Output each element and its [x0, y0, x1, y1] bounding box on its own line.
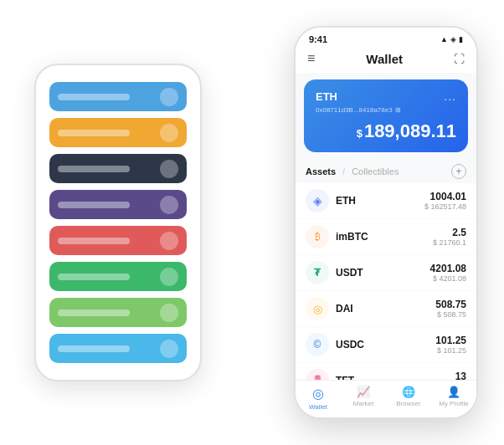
- dai-amount: 508.75: [435, 299, 466, 310]
- wallet-card-8[interactable]: [49, 334, 187, 363]
- card-text-2: [58, 130, 130, 136]
- eth-card-menu[interactable]: ...: [444, 90, 456, 103]
- tab-divider: /: [342, 166, 345, 176]
- wifi-icon: ◈: [450, 35, 456, 43]
- eth-coin-icon: ◈: [313, 194, 322, 207]
- usdt-value: $ 4201.08: [430, 274, 466, 283]
- asset-item-tft[interactable]: 🌷 TFT 13 0: [296, 363, 476, 380]
- market-nav-icon: 📈: [357, 386, 370, 398]
- card-icon-1: [160, 88, 178, 106]
- eth-balance-amount: 189,089.11: [364, 120, 456, 141]
- asset-icon-dai: ◎: [306, 297, 329, 320]
- card-text-6: [58, 274, 130, 280]
- eth-card[interactable]: ETH ... 0x08711d3B...8418a78e3 ⊞ $189,08…: [304, 79, 468, 152]
- asset-icon-eth: ◈: [306, 189, 329, 212]
- asset-item-eth[interactable]: ◈ ETH 1004.01 $ 162517.48: [296, 183, 476, 218]
- wallet-card-1[interactable]: [49, 82, 187, 111]
- wallet-card-3[interactable]: [49, 154, 187, 183]
- expand-icon[interactable]: ⛶: [454, 53, 465, 65]
- usdt-coin-icon: ₮: [314, 267, 321, 279]
- eth-value: $ 162517.48: [424, 202, 466, 211]
- wallet-card-2[interactable]: [49, 118, 187, 147]
- card-icon-7: [160, 304, 178, 322]
- phone-content: ETH ... 0x08711d3B...8418a78e3 ⊞ $189,08…: [296, 73, 476, 417]
- asset-name-imbtc: imBTC: [336, 231, 433, 243]
- header-title: Wallet: [366, 52, 403, 66]
- wallet-nav-icon: ◎: [312, 386, 324, 402]
- asset-item-dai[interactable]: ◎ DAI 508.75 $ 508.75: [296, 291, 476, 326]
- asset-amounts-tft: 13 0: [455, 371, 466, 380]
- status-bar: 9:41 ▲ ◈ ▮: [296, 28, 476, 48]
- nav-market[interactable]: 📈 Market: [341, 386, 386, 411]
- card-text-7: [58, 309, 130, 316]
- status-icons: ▲ ◈ ▮: [440, 35, 463, 43]
- wallet-card-4[interactable]: [49, 190, 187, 219]
- card-icon-8: [160, 340, 178, 358]
- assets-tabs: Assets / Collectibles: [306, 166, 399, 176]
- asset-amounts-dai: 508.75 $ 508.75: [435, 299, 466, 319]
- nav-profile[interactable]: 👤 My Profile: [431, 386, 476, 411]
- dai-coin-icon: ◎: [313, 303, 322, 315]
- card-icon-2: [160, 124, 178, 142]
- menu-icon[interactable]: ≡: [307, 51, 315, 66]
- usdc-amount: 101.25: [435, 335, 466, 346]
- browser-nav-label: Browser: [396, 400, 420, 407]
- browser-nav-icon: 🌐: [402, 386, 415, 398]
- asset-amounts-usdt: 4201.08 $ 4201.08: [430, 263, 466, 283]
- wallet-card-6[interactable]: [49, 262, 187, 291]
- asset-amounts-imbtc: 2.5 $ 21760.1: [433, 227, 466, 247]
- add-asset-button[interactable]: +: [451, 164, 466, 179]
- front-phone: 9:41 ▲ ◈ ▮ ≡ Wallet ⛶ ETH ... 0x08711d3B: [294, 26, 478, 419]
- asset-icon-usdt: ₮: [306, 261, 329, 284]
- wallet-card-7[interactable]: [49, 298, 187, 327]
- usdc-value: $ 101.25: [435, 346, 466, 355]
- profile-nav-icon: 👤: [447, 386, 460, 398]
- imbtc-value: $ 21760.1: [433, 238, 466, 247]
- asset-amounts-eth: 1004.01 $ 162517.48: [424, 191, 466, 211]
- asset-icon-tft: 🌷: [306, 369, 329, 380]
- asset-name-eth: ETH: [336, 195, 424, 207]
- dai-value: $ 508.75: [435, 310, 466, 319]
- card-icon-6: [160, 268, 178, 286]
- nav-wallet[interactable]: ◎ Wallet: [296, 386, 341, 411]
- profile-nav-label: My Profile: [439, 400, 469, 407]
- scene: 9:41 ▲ ◈ ▮ ≡ Wallet ⛶ ETH ... 0x08711d3B: [9, 9, 495, 436]
- wallet-card-5[interactable]: [49, 226, 187, 255]
- card-text-8: [58, 345, 130, 352]
- nav-browser[interactable]: 🌐 Browser: [386, 386, 431, 411]
- market-nav-label: Market: [353, 400, 373, 407]
- eth-address-text: 0x08711d3B...8418a78e3: [316, 106, 393, 114]
- signal-icon: ▲: [440, 35, 448, 43]
- back-phone: [34, 64, 202, 381]
- asset-item-imbtc[interactable]: ₿ imBTC 2.5 $ 21760.1: [296, 219, 476, 254]
- card-icon-5: [160, 232, 178, 250]
- card-text-4: [58, 202, 130, 208]
- asset-item-usdc[interactable]: © USDC 101.25 $ 101.25: [296, 327, 476, 362]
- wallet-nav-label: Wallet: [309, 403, 327, 411]
- card-text-5: [58, 238, 130, 244]
- eth-card-balance: $189,089.11: [316, 120, 456, 142]
- collectibles-tab[interactable]: Collectibles: [352, 166, 399, 176]
- asset-name-usdc: USDC: [336, 339, 435, 350]
- eth-amount: 1004.01: [424, 191, 466, 202]
- asset-amounts-usdc: 101.25 $ 101.25: [435, 335, 466, 355]
- asset-list: ◈ ETH 1004.01 $ 162517.48 ₿ imBTC 2.5: [296, 182, 476, 380]
- usdt-amount: 4201.08: [430, 263, 466, 274]
- tft-amount: 13: [455, 371, 466, 380]
- imbtc-amount: 2.5: [433, 227, 466, 238]
- status-time: 9:41: [309, 34, 327, 44]
- add-icon: +: [455, 166, 461, 177]
- eth-card-header: ETH ...: [316, 90, 456, 103]
- asset-name-dai: DAI: [336, 303, 435, 315]
- eth-card-address: 0x08711d3B...8418a78e3 ⊞: [316, 106, 456, 114]
- asset-icon-imbtc: ₿: [306, 225, 329, 248]
- asset-item-usdt[interactable]: ₮ USDT 4201.08 $ 4201.08: [296, 255, 476, 290]
- usdc-coin-icon: ©: [314, 339, 321, 350]
- card-text-1: [58, 94, 130, 100]
- asset-icon-usdc: ©: [306, 333, 329, 356]
- assets-tab[interactable]: Assets: [306, 166, 336, 176]
- card-text-3: [58, 166, 130, 172]
- bottom-nav: ◎ Wallet 📈 Market 🌐 Browser 👤 My Profile: [296, 380, 476, 417]
- card-icon-4: [160, 196, 178, 214]
- card-icon-3: [160, 160, 178, 178]
